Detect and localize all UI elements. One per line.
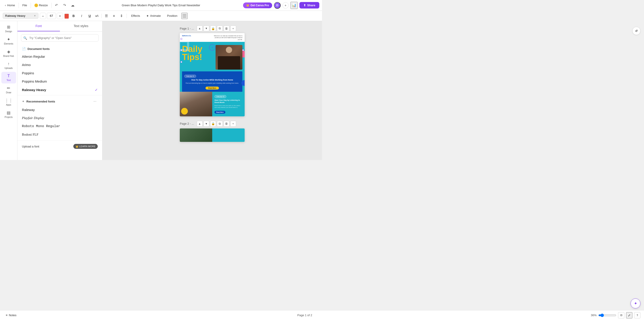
nl-blue-section: Daily Tips! Daily tips 01 How To Stay Ac… bbox=[180, 42, 245, 92]
font-color-picker[interactable] bbox=[64, 14, 69, 18]
page1-down-button[interactable]: ▼ bbox=[204, 26, 209, 31]
sidebar-label-elements: Elements bbox=[4, 43, 14, 45]
font-size-decrease[interactable]: – bbox=[40, 13, 46, 19]
sidebar-item-uploads[interactable]: ↑ Uploads bbox=[1, 60, 16, 71]
more-options-button[interactable] bbox=[181, 13, 188, 19]
font-item-playfair[interactable]: Playfair Display bbox=[18, 114, 102, 122]
crown-icon: 👑 bbox=[246, 4, 249, 7]
page1-up-button[interactable]: ▲ bbox=[197, 26, 202, 31]
user-avatar[interactable]: D bbox=[274, 2, 281, 9]
home-chevron-icon: ‹ bbox=[5, 4, 6, 7]
grid-dots-icon bbox=[183, 14, 186, 18]
page2-canvas[interactable] bbox=[180, 128, 245, 142]
draw-icon: ✏ bbox=[7, 86, 10, 91]
page1-lock-button[interactable]: 🔒 bbox=[210, 26, 216, 31]
nl-person-photo bbox=[216, 45, 242, 70]
topbar-right: 👑 Get Canva Pro D + 📊 ⬆ Share bbox=[243, 2, 319, 9]
case-button[interactable]: aA bbox=[94, 14, 100, 18]
sidebar-item-design[interactable]: ⊞ Design bbox=[1, 23, 16, 35]
analytics-button[interactable]: 📊 bbox=[290, 2, 298, 9]
sidebar-item-text[interactable]: T Text bbox=[1, 72, 16, 84]
page2-label: Page 2 - ... bbox=[180, 122, 194, 125]
font-name-aileron: Aileron Regular bbox=[22, 55, 45, 58]
learn-more-button[interactable]: 👑 LEARN MORE bbox=[73, 144, 98, 149]
font-item-poppins-medium[interactable]: Poppins Medium bbox=[18, 77, 102, 86]
page1-add-button[interactable]: + bbox=[230, 26, 236, 31]
animate-button[interactable]: ✦ Animate bbox=[144, 13, 163, 19]
font-item-arimo[interactable]: Arimo bbox=[18, 61, 102, 69]
page2-container: Page 2 - ... ▲ ▼ 🔒 ⧉ 🗑 + bbox=[180, 121, 245, 142]
get-pro-button[interactable]: 👑 Get Canva Pro bbox=[243, 3, 272, 8]
font-item-poppins[interactable]: Poppins bbox=[18, 69, 102, 77]
sidebar-label-text: Text bbox=[6, 79, 10, 82]
share-label: Share bbox=[307, 4, 315, 7]
page1-copy-button[interactable]: ⧉ bbox=[217, 26, 223, 31]
page2-add-button[interactable]: + bbox=[230, 121, 236, 127]
share-button[interactable]: ⬆ Share bbox=[300, 2, 319, 9]
page2-controls: ▲ ▼ 🔒 ⧉ 🗑 + bbox=[197, 121, 236, 127]
font-checkmark-icon: ✓ bbox=[95, 88, 98, 92]
font-item-roboto-mono[interactable]: Roboto Mono Regular bbox=[18, 122, 102, 130]
effects-button[interactable]: Effects bbox=[128, 13, 143, 19]
page1-canvas[interactable]: Salford & Co. Welcome to our daily tips … bbox=[180, 33, 245, 116]
sidebar-item-projects[interactable]: ▤ Projects bbox=[1, 109, 16, 120]
animate-icon: ✦ bbox=[146, 14, 149, 18]
font-item-raleway[interactable]: Raleway bbox=[18, 106, 102, 114]
home-button[interactable]: ‹ Home bbox=[3, 3, 17, 8]
nl-card2-title: Start Your Day by Listening to Good Musi… bbox=[214, 99, 242, 104]
resize-button[interactable]: 👑 Resize bbox=[32, 3, 50, 8]
nl-bottom-photo bbox=[180, 92, 212, 116]
sidebar-label-projects: Projects bbox=[4, 116, 12, 119]
brand-hub-icon: ◈ bbox=[7, 49, 10, 54]
nl-company: Salford & Co. bbox=[182, 35, 191, 37]
nl-card1-btn-wrap: Read More bbox=[184, 86, 240, 90]
document-fonts-header: 📄 Document fonts bbox=[18, 44, 102, 52]
font-item-aileron[interactable]: Aileron Regular bbox=[18, 52, 102, 61]
tab-text-styles[interactable]: Text styles bbox=[60, 21, 102, 31]
sidebar-item-apps[interactable]: ⋮⋮ Apps bbox=[1, 96, 16, 108]
align-list-button[interactable]: ≡ bbox=[111, 13, 117, 19]
save-cloud-button[interactable]: ☁ bbox=[69, 2, 76, 9]
font-item-raleway-heavy[interactable]: Raleway Heavy ✓ bbox=[18, 86, 102, 94]
redo-button[interactable]: ↷ bbox=[61, 2, 68, 9]
nl-card2-btn[interactable]: Read More bbox=[214, 111, 226, 114]
share-icon: ⬆ bbox=[304, 4, 306, 7]
page2-up-button[interactable]: ▲ bbox=[197, 121, 202, 127]
font-size-input[interactable] bbox=[47, 13, 56, 19]
font-name-playfair: Playfair Display bbox=[22, 116, 44, 120]
add-collaborator-button[interactable]: + bbox=[282, 2, 289, 9]
font-size-increase[interactable]: + bbox=[57, 13, 63, 19]
font-selector[interactable]: Raleway Heavy ▼ bbox=[3, 13, 38, 19]
undo-button[interactable]: ↶ bbox=[53, 2, 60, 9]
align-left-button[interactable]: ☰ bbox=[103, 13, 110, 19]
position-button[interactable]: Position bbox=[164, 13, 180, 19]
nl-bottom-card: Daily tips 02 Start Your Day by Listenin… bbox=[212, 92, 245, 116]
page1-delete-button[interactable]: 🗑 bbox=[224, 26, 230, 31]
person-body bbox=[218, 56, 240, 70]
page2-lock-button[interactable]: 🔒 bbox=[210, 121, 216, 127]
sidebar-item-brand-hub[interactable]: ◈ Brand Hub bbox=[1, 48, 16, 59]
tab-font[interactable]: Font bbox=[18, 21, 60, 31]
elements-icon: ✦ bbox=[7, 37, 10, 42]
underline-button[interactable]: U bbox=[86, 13, 93, 19]
canvas-area[interactable]: Page 1 - ... ▲ ▼ 🔒 ⧉ 🗑 + Salford & Co. W… bbox=[102, 21, 322, 160]
animate-label: Animate bbox=[150, 14, 161, 18]
page2-delete-button[interactable]: 🗑 bbox=[224, 121, 230, 127]
file-button[interactable]: File bbox=[20, 3, 29, 8]
list-spacing-button[interactable]: ⇕ bbox=[118, 13, 125, 19]
nl-card1-btn[interactable]: Read More bbox=[206, 87, 219, 90]
page2-down-button[interactable]: ▼ bbox=[204, 121, 209, 127]
italic-button[interactable]: I bbox=[78, 13, 85, 19]
nl-bottom-section: Daily tips 02 Start Your Day by Listenin… bbox=[180, 92, 245, 116]
font-item-bodoni[interactable]: Bodoni FLF bbox=[18, 130, 102, 139]
document-fonts-label: Document fonts bbox=[28, 47, 50, 51]
sidebar-item-draw[interactable]: ✏ Draw bbox=[1, 84, 16, 96]
sidebar-item-elements[interactable]: ✦ Elements bbox=[1, 35, 16, 47]
font-size-control: – + bbox=[40, 13, 63, 19]
recommended-more-button[interactable]: ··· bbox=[92, 99, 98, 104]
upload-font-label: Upload a font bbox=[22, 145, 39, 148]
nl-header: Salford & Co. Welcome to our daily tips … bbox=[180, 33, 245, 42]
font-search-input[interactable] bbox=[21, 34, 98, 42]
bold-button[interactable]: B bbox=[70, 13, 77, 19]
page2-copy-button[interactable]: ⧉ bbox=[217, 121, 223, 127]
